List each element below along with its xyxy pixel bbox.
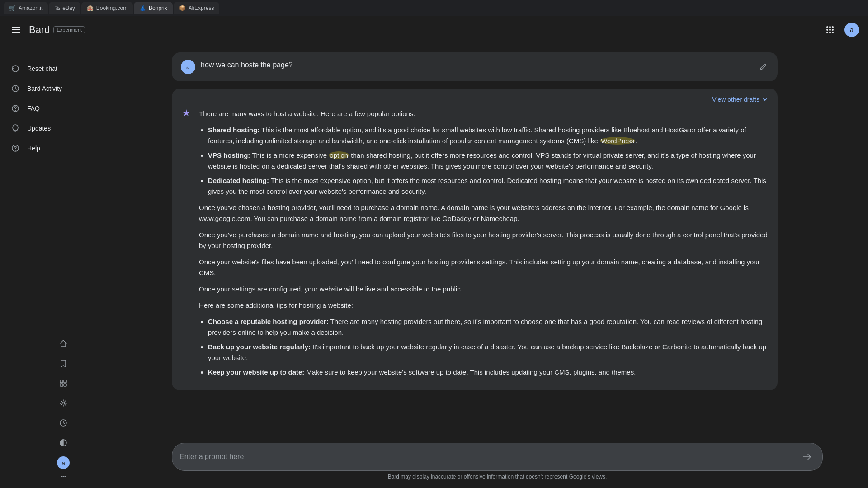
ai-hosting-list: Shared hosting: This is the most afforda… (208, 125, 769, 197)
app-container: Reset chat Bard Activity FAQ (0, 16, 868, 488)
ai-response: View other drafts There are m (172, 89, 778, 390)
bard-sparkle-icon (181, 108, 192, 121)
svg-rect-17 (64, 384, 66, 386)
help-icon (11, 144, 20, 153)
saved-button[interactable] (54, 354, 72, 372)
sidebar-item-reset-chat[interactable]: Reset chat (4, 60, 123, 78)
svg-rect-14 (60, 380, 63, 383)
faq-icon (11, 104, 20, 113)
svg-point-6 (826, 32, 828, 33)
sidebar-item-faq[interactable]: FAQ (4, 99, 123, 117)
experiment-badge: Experiment (53, 26, 85, 33)
ai-list-item-dedicated: Dedicated hosting: This is the most expe… (208, 175, 769, 197)
tab-ebay[interactable]: 🛍 eBay (49, 2, 80, 14)
grid-icon (826, 25, 835, 34)
sidebar-bottom: a ••• (4, 334, 123, 488)
user-avatar-small: a (57, 456, 70, 469)
sidebar-item-updates[interactable]: Updates (4, 119, 123, 137)
user-account-button[interactable]: a (54, 454, 72, 472)
extensions-icon (59, 379, 68, 388)
svg-point-7 (829, 32, 831, 33)
send-feedback-button[interactable] (54, 334, 72, 352)
svg-rect-15 (64, 380, 66, 383)
tip-uptodate-label: Keep your website up to date: (208, 368, 304, 376)
tip-backup-label: Back up your website regularly: (208, 343, 311, 351)
ai-tip-backup: Back up your website regularly: It's imp… (208, 342, 769, 363)
svg-point-5 (832, 29, 834, 31)
sidebar-item-help[interactable]: Help (4, 139, 123, 157)
bonprix-icon: 👗 (139, 5, 146, 11)
sidebar-item-label-updates: Updates (27, 125, 51, 132)
top-bar: Bard Experiment a (0, 16, 868, 43)
settings-icon (59, 399, 68, 408)
svg-point-18 (62, 402, 65, 404)
tab-booking[interactable]: 🏨 Booking.com (81, 2, 133, 14)
sidebar-item-bard-activity[interactable]: Bard Activity (4, 80, 123, 98)
ai-tip-reputable: Choose a reputable hosting provider: The… (208, 316, 769, 338)
edit-icon (759, 63, 767, 71)
prompt-input-wrapper (172, 443, 823, 471)
ai-paragraph-upload: Once you've purchased a domain name and … (199, 230, 769, 251)
tab-amazon[interactable]: 🛒 Amazon.it (4, 2, 48, 14)
edit-message-button[interactable] (756, 60, 770, 74)
ai-list-item-vps: VPS hosting: This is a more expensive op… (208, 150, 769, 172)
sidebar-item-label-faq: FAQ (27, 105, 40, 112)
chat-area: a how we can hoste the page? View other … (127, 43, 868, 437)
settings-button[interactable] (54, 394, 72, 412)
ai-paragraph-live: Once your settings are configured, your … (199, 284, 769, 295)
svg-point-2 (832, 26, 834, 28)
browser-tabs: 🛒 Amazon.it 🛍 eBay 🏨 Booking.com 👗 Bonpr… (4, 2, 219, 14)
history-icon (59, 418, 68, 427)
tab-aliexpress[interactable]: 📦 AliExpress (174, 2, 220, 14)
send-button[interactable] (799, 449, 815, 465)
ai-intro-text: There are many ways to host a website. H… (199, 108, 769, 119)
grid-icon-button[interactable] (821, 21, 839, 39)
ai-response-header: View other drafts (181, 96, 769, 103)
sidebar-item-label-reset: Reset chat (27, 65, 57, 72)
response-content: There are many ways to host a website. H… (199, 108, 769, 383)
vps-hosting-label: VPS hosting: (208, 151, 250, 159)
ai-tip-uptodate: Keep your website up to date: Make sure … (208, 367, 769, 378)
user-message: a how we can hoste the page? (172, 52, 778, 81)
avatar: a (844, 23, 859, 37)
svg-point-11 (15, 110, 16, 111)
sidebar-item-label-activity: Bard Activity (27, 85, 62, 92)
tab-bonprix[interactable]: 👗 Bonprix (134, 2, 173, 14)
more-options-button[interactable]: ••• (61, 474, 66, 479)
bard-activity-icon (11, 84, 20, 93)
tip-reputable-label: Choose a reputable hosting provider: (208, 318, 329, 325)
user-message-text: how we can hoste the page? (201, 60, 769, 70)
svg-point-0 (826, 26, 828, 28)
view-other-drafts-button[interactable]: View other drafts (712, 96, 769, 103)
extensions-button[interactable] (54, 374, 72, 392)
ai-paragraph-configure: Once your website's files have been uplo… (199, 257, 769, 278)
send-feedback-icon (59, 339, 68, 348)
hamburger-icon (12, 27, 20, 33)
dark-mode-icon (59, 438, 68, 447)
svg-point-13 (15, 150, 16, 150)
user-avatar-message: a (181, 60, 195, 74)
amazon-icon: 🛒 (9, 5, 16, 11)
chevron-down-icon (761, 96, 769, 103)
svg-point-3 (826, 29, 828, 31)
top-bar-right: a (821, 21, 861, 39)
history-button[interactable] (54, 414, 72, 432)
ebay-icon: 🛍 (54, 5, 60, 11)
reset-chat-icon (11, 64, 20, 73)
svg-point-4 (829, 29, 831, 31)
dark-mode-button[interactable] (54, 434, 72, 452)
disclaimer-text: Bard may display inaccurate or offensive… (172, 471, 823, 484)
aliexpress-icon: 📦 (179, 5, 186, 11)
svg-point-8 (832, 32, 834, 33)
option-highlight: option (329, 151, 349, 159)
send-icon (802, 452, 811, 461)
browser-chrome: 🛒 Amazon.it 🛍 eBay 🏨 Booking.com 👗 Bonpr… (0, 0, 868, 16)
hamburger-button[interactable] (7, 21, 25, 39)
ai-paragraph-domain: Once you've chosen a hosting provider, y… (199, 202, 769, 224)
bard-logo: Bard (29, 24, 50, 36)
ai-tips-intro: Here are some additional tips for hostin… (199, 300, 769, 311)
avatar-button[interactable]: a (843, 21, 861, 39)
main-content: a how we can hoste the page? View other … (127, 16, 868, 488)
prompt-input[interactable] (179, 453, 793, 461)
shared-hosting-label: Shared hosting: (208, 126, 259, 134)
